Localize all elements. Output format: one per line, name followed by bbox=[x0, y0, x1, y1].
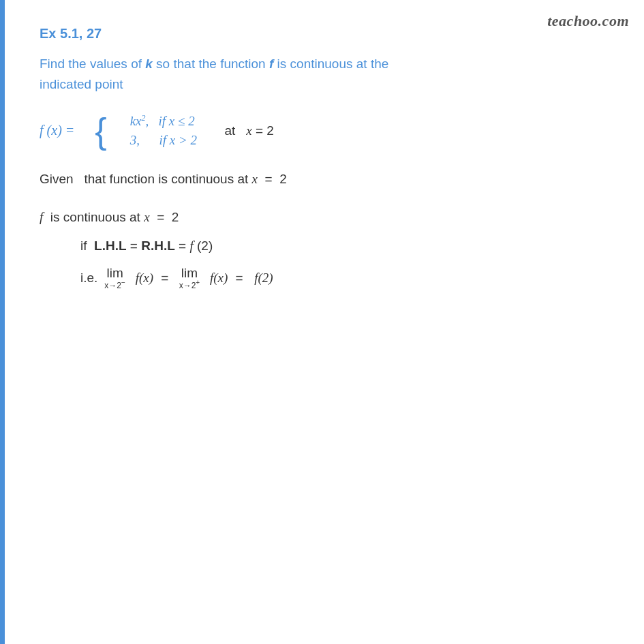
limit-right: lim x→2+ bbox=[179, 266, 200, 290]
exercise-title: Ex 5.1, 27 bbox=[40, 26, 617, 42]
piecewise-case-2: 3, if x > 2 bbox=[130, 133, 197, 148]
given-text: Given that function is continuous at x =… bbox=[40, 169, 617, 189]
equals-2: = bbox=[232, 271, 250, 286]
lim-sub-right: x→2+ bbox=[179, 281, 200, 290]
fx-right: f(x) bbox=[206, 271, 228, 286]
watermark: teachoo.com bbox=[547, 12, 629, 30]
lim-sub-left: x→2− bbox=[104, 281, 125, 290]
equals-1: = bbox=[157, 271, 172, 286]
fx-left: f(x) bbox=[132, 271, 153, 286]
question-line2: indicated point bbox=[40, 77, 123, 91]
blue-accent-bar bbox=[0, 0, 5, 644]
piecewise-section: f (x) = { kx2, if x ≤ 2 3, if x > 2 at x… bbox=[40, 113, 617, 149]
condition-block: if L.H.L = R.H.L = f (2) i.e. lim x→2− f… bbox=[80, 239, 617, 290]
continuous-statement: f is continuous at x = 2 bbox=[40, 210, 617, 225]
function-label: f (x) = bbox=[40, 123, 74, 138]
limit-left: lim x→2− bbox=[104, 266, 125, 290]
question-line1: Find the values of k so that the functio… bbox=[40, 57, 388, 71]
piecewise-brace: { bbox=[95, 113, 106, 149]
if-line: if L.H.L = R.H.L = f (2) bbox=[80, 239, 617, 254]
ie-intro: i.e. bbox=[80, 271, 97, 286]
at-point-label: at x = 2 bbox=[217, 123, 274, 138]
f2-value: f(2) bbox=[254, 271, 273, 286]
piecewise-case-1: kx2, if x ≤ 2 bbox=[130, 114, 197, 129]
piecewise-cases: kx2, if x ≤ 2 3, if x > 2 bbox=[130, 114, 197, 148]
continuous-section: f is continuous at x = 2 if L.H.L = R.H.… bbox=[40, 210, 617, 290]
ie-line: i.e. lim x→2− f(x) = lim x→2+ f(x) = f(2… bbox=[80, 266, 617, 290]
given-section: Given that function is continuous at x =… bbox=[40, 169, 617, 189]
question-text: Find the values of k so that the functio… bbox=[40, 54, 617, 95]
